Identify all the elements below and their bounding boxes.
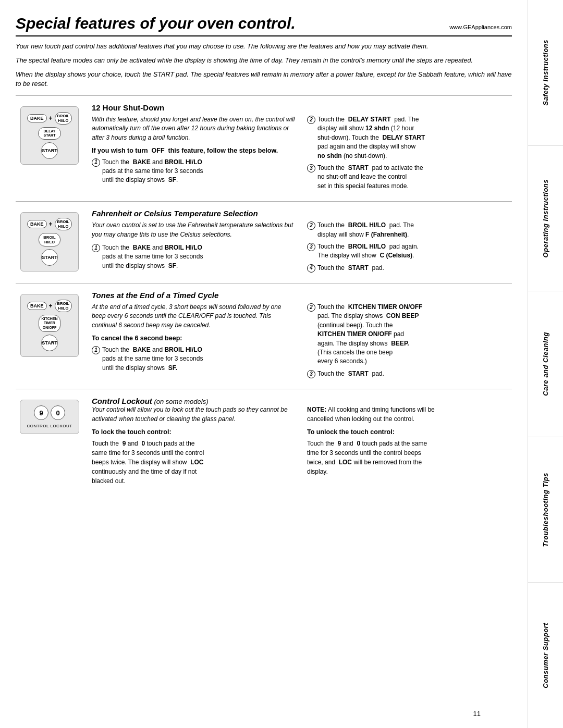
12shdn-bold: 12 shdn (365, 125, 389, 132)
broil-bold-t1: BROIL HI/LO (164, 346, 202, 353)
f-bold: F (Fahrenheit) (365, 231, 407, 238)
intro-lockout: Your control will allow you to lock out … (92, 405, 297, 424)
step-2-12-hour: 2 Touch the DELAY START pad. The display… (307, 115, 512, 161)
step-num-t2: 2 (307, 303, 315, 312)
bake-bold-t1: BAKE (133, 346, 151, 353)
nine-bold-lock: 9 (123, 440, 126, 447)
diagram-row-2: BAKE + BROILHI/LO (27, 218, 72, 230)
columns-tones: At the end of a timed cycle, 3 short bee… (92, 303, 512, 381)
sf-bold-t1: SF. (168, 364, 177, 372)
step-text-2: Touch the DELAY START pad. The display w… (317, 115, 425, 161)
step-1-tones: 1 Touch the BAKE and BROIL HI/LO pads at… (92, 346, 297, 373)
main-content: Special features of your oven control. w… (0, 0, 528, 728)
loc-bold-2: LOC (339, 459, 352, 466)
sidebar-care: Care and Cleaning (528, 291, 563, 437)
columns-12-hour: With this feature, should you forget and… (92, 115, 512, 194)
sf-bold-f1: SF (168, 262, 176, 269)
section-control-lockout: 9 0 CONTROL LOCKOUT Control Lockout (on … (16, 389, 512, 493)
sidebar-operating: Operating Instructions (528, 146, 563, 292)
title-lockout: Control Lockout (on some models) (92, 397, 512, 405)
note-text: NOTE: All cooking and timing functions w… (307, 405, 512, 424)
lock-label: To lock the touch control: (92, 428, 297, 437)
body-lockout: Control Lockout (on some models) Your co… (92, 397, 512, 486)
website-url: www.GEAppliances.com (449, 24, 512, 32)
sidebar-troubleshooting: Troubleshooting Tips (528, 437, 563, 583)
broil-bold-f1: BROIL HI/LO (164, 244, 202, 251)
page-header: Special features of your oven control. w… (16, 15, 512, 36)
bake-bold-1: BAKE (133, 158, 151, 166)
title-tones: Tones at the End of a Timed Cycle (92, 291, 512, 300)
diagram-row-3: BAKE + BROILHI/LO (27, 300, 72, 312)
step-num-f2: 2 (307, 221, 315, 230)
step-num-3: 3 (307, 164, 315, 172)
oven-diagram-1: BAKE + BROILHI/LO DELAYSTART START (20, 106, 79, 165)
broil-bold-f3: BROIL HI/LO (348, 243, 386, 250)
num-0-btn: 0 (51, 405, 65, 420)
col-right-12-hour: 2 Touch the DELAY START pad. The display… (307, 115, 512, 194)
columns-fahrenheit: Your oven control is set to use the Fahr… (92, 221, 512, 276)
step-num-f1: 1 (92, 244, 100, 252)
step-text-f2: Touch the BROIL HI/LO pad. The display w… (317, 221, 414, 239)
body-tones: Tones at the End of a Timed Cycle At the… (92, 291, 512, 381)
body-12-hour: 12 Hour Shut-Down With this feature, sho… (92, 103, 512, 194)
title-fahrenheit: Fahrenheit or Celsius Temperature Select… (92, 209, 512, 218)
step-num-f4: 4 (307, 264, 315, 273)
step-text-f4: Touch the START pad. (317, 264, 384, 273)
step-2-fahrenheit: 2 Touch the BROIL HI/LO pad. The display… (307, 221, 512, 239)
broil-bold-f2: BROIL HI/LO (348, 221, 386, 229)
section-fahrenheit-celsius: BAKE + BROILHI/LO BROILHI/LO START Fahre… (16, 201, 512, 283)
title-lockout-suffix: (on some models) (152, 398, 209, 405)
step-1-12-hour: 1 Touch the BAKE and BROIL HI/LO pads at… (92, 158, 297, 185)
lockout-nums: 9 0 (34, 405, 65, 420)
nine-bold-unlock: 9 (338, 440, 341, 447)
diagram-fahrenheit: BAKE + BROILHI/LO BROILHI/LO START (16, 209, 83, 276)
step-2-tones: 2 Touch the KITCHEN TIMER ON/OFF pad. Th… (307, 303, 512, 366)
intro-12-hour: With this feature, should you forget and… (92, 115, 297, 142)
start-btn-2: START (41, 249, 58, 266)
page-number: 11 (473, 710, 481, 718)
sidebar-consumer-label: Consumer Support (542, 623, 549, 688)
delay-start-bold-2: DELAY START (383, 134, 425, 141)
loc-bold: LOC (190, 459, 203, 466)
title-12-hour: 12 Hour Shut-Down (92, 103, 512, 112)
no-shdn-bold: no shdn (317, 152, 342, 159)
start-bold-t3: START (348, 370, 369, 377)
step-num-1: 1 (92, 158, 100, 167)
col-left-fahrenheit: Your oven control is set to use the Fahr… (92, 221, 297, 276)
title-lockout-main: Control Lockout (92, 397, 152, 405)
unlock-label: To unlock the touch control: (307, 428, 512, 437)
step-text-t1: Touch the BAKE and BROIL HI/LO pads at t… (102, 346, 203, 373)
step-text-f3: Touch the BROIL HI/LO pad again. The dis… (317, 242, 419, 261)
con-beep-bold: CON BEEP (386, 312, 419, 319)
delay-start-bold: DELAY START (348, 116, 391, 123)
start-label-3: START (42, 340, 57, 346)
step-text-t2: Touch the KITCHEN TIMER ON/OFF pad. The … (317, 303, 422, 366)
step-3-12-hour: 3 Touch the START pad to activate the no… (307, 164, 512, 191)
start-label-1: START (42, 148, 57, 154)
zero-bold-unlock: 0 (357, 440, 360, 447)
instruction-bold-12-hour: If you wish to turn OFF this feature, fo… (92, 146, 297, 156)
kitchen-timer-bold: KITCHEN TIMER ON/OFF (348, 303, 423, 311)
broil-bold-1: BROIL HI/LO (164, 158, 202, 166)
diagram-row-1: BAKE + BROILHI/LO (27, 112, 72, 125)
delay-label: DELAYSTART (43, 129, 55, 138)
unlock-text: Touch the 9 and 0 touch pads at the same… (307, 439, 512, 476)
step-3-fahrenheit: 3 Touch the BROIL HI/LO pad again. The d… (307, 242, 512, 261)
sidebar-operating-label: Operating Instructions (542, 179, 549, 257)
oven-diagram-3: BAKE + BROILHI/LO KITCHENTIMERON/OFF STA… (20, 294, 79, 357)
plus-1: + (49, 115, 53, 122)
num-9-btn: 9 (34, 405, 48, 420)
start-btn-3: START (41, 335, 58, 351)
intro-tones: At the end of a timed cycle, 3 short bee… (92, 303, 297, 330)
beep-bold: BEEP. (391, 340, 409, 347)
plus-2: + (49, 220, 53, 228)
start-label-2: START (42, 255, 57, 261)
start-bold-f4: START (348, 264, 369, 272)
section-12-hour-shutdown: BAKE + BROILHI/LO DELAYSTART START 12 (16, 95, 512, 201)
oven-diagram-4: 9 0 CONTROL LOCKOUT (20, 400, 79, 434)
lock-text: Touch the 9 and 0 touch pads at the same… (92, 439, 297, 486)
kitchen-timer-bold-2: KITCHEN TIMER ON/OFF (317, 330, 392, 338)
sidebar-safety-label: Safety Instructions (542, 40, 549, 106)
kitchen-timer-btn: KITCHENTIMERON/OFF (39, 315, 60, 332)
broil-hiло-btn-1: BROILHI/LO (55, 112, 72, 125)
